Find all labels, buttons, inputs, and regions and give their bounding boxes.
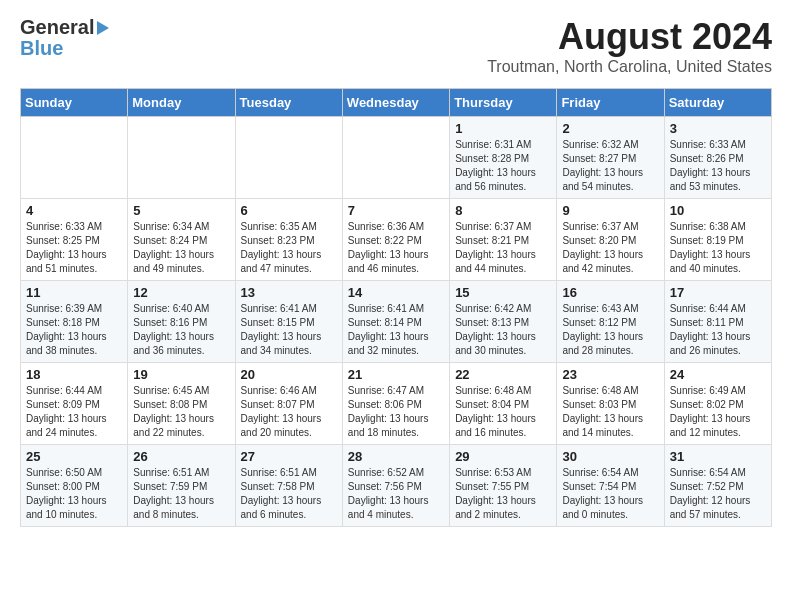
day-info: Sunrise: 6:41 AMSunset: 8:14 PMDaylight:… [348,302,444,358]
logo-general: General [20,16,94,39]
day-number: 30 [562,449,658,464]
table-row: 19Sunrise: 6:45 AMSunset: 8:08 PMDayligh… [128,363,235,445]
day-number: 1 [455,121,551,136]
table-row: 2Sunrise: 6:32 AMSunset: 8:27 PMDaylight… [557,117,664,199]
table-row: 21Sunrise: 6:47 AMSunset: 8:06 PMDayligh… [342,363,449,445]
day-number: 24 [670,367,766,382]
table-row: 30Sunrise: 6:54 AMSunset: 7:54 PMDayligh… [557,445,664,527]
logo: General Blue [20,16,109,60]
day-number: 23 [562,367,658,382]
day-number: 4 [26,203,122,218]
day-number: 31 [670,449,766,464]
title-section: August 2024 Troutman, North Carolina, Un… [487,16,772,76]
table-row [21,117,128,199]
day-info: Sunrise: 6:53 AMSunset: 7:55 PMDaylight:… [455,466,551,522]
day-info: Sunrise: 6:42 AMSunset: 8:13 PMDaylight:… [455,302,551,358]
day-number: 28 [348,449,444,464]
day-number: 11 [26,285,122,300]
day-number: 9 [562,203,658,218]
table-row: 18Sunrise: 6:44 AMSunset: 8:09 PMDayligh… [21,363,128,445]
day-info: Sunrise: 6:44 AMSunset: 8:11 PMDaylight:… [670,302,766,358]
day-info: Sunrise: 6:52 AMSunset: 7:56 PMDaylight:… [348,466,444,522]
table-row: 22Sunrise: 6:48 AMSunset: 8:04 PMDayligh… [450,363,557,445]
header-thursday: Thursday [450,89,557,117]
table-row [342,117,449,199]
day-number: 17 [670,285,766,300]
day-info: Sunrise: 6:54 AMSunset: 7:54 PMDaylight:… [562,466,658,522]
day-info: Sunrise: 6:33 AMSunset: 8:25 PMDaylight:… [26,220,122,276]
day-number: 8 [455,203,551,218]
location-subtitle: Troutman, North Carolina, United States [487,58,772,76]
day-info: Sunrise: 6:48 AMSunset: 8:03 PMDaylight:… [562,384,658,440]
day-info: Sunrise: 6:51 AMSunset: 7:58 PMDaylight:… [241,466,337,522]
logo-arrow-icon [97,21,109,35]
table-row: 13Sunrise: 6:41 AMSunset: 8:15 PMDayligh… [235,281,342,363]
day-info: Sunrise: 6:54 AMSunset: 7:52 PMDaylight:… [670,466,766,522]
day-number: 2 [562,121,658,136]
table-row: 31Sunrise: 6:54 AMSunset: 7:52 PMDayligh… [664,445,771,527]
header-wednesday: Wednesday [342,89,449,117]
day-info: Sunrise: 6:43 AMSunset: 8:12 PMDaylight:… [562,302,658,358]
table-row: 17Sunrise: 6:44 AMSunset: 8:11 PMDayligh… [664,281,771,363]
day-info: Sunrise: 6:46 AMSunset: 8:07 PMDaylight:… [241,384,337,440]
header-sunday: Sunday [21,89,128,117]
table-row: 16Sunrise: 6:43 AMSunset: 8:12 PMDayligh… [557,281,664,363]
logo-blue: Blue [20,37,63,60]
header-friday: Friday [557,89,664,117]
day-number: 15 [455,285,551,300]
day-info: Sunrise: 6:40 AMSunset: 8:16 PMDaylight:… [133,302,229,358]
day-number: 16 [562,285,658,300]
table-row: 29Sunrise: 6:53 AMSunset: 7:55 PMDayligh… [450,445,557,527]
day-info: Sunrise: 6:45 AMSunset: 8:08 PMDaylight:… [133,384,229,440]
table-row: 6Sunrise: 6:35 AMSunset: 8:23 PMDaylight… [235,199,342,281]
calendar-week-row: 11Sunrise: 6:39 AMSunset: 8:18 PMDayligh… [21,281,772,363]
day-number: 5 [133,203,229,218]
day-number: 22 [455,367,551,382]
table-row: 12Sunrise: 6:40 AMSunset: 8:16 PMDayligh… [128,281,235,363]
table-row: 26Sunrise: 6:51 AMSunset: 7:59 PMDayligh… [128,445,235,527]
calendar-week-row: 4Sunrise: 6:33 AMSunset: 8:25 PMDaylight… [21,199,772,281]
table-row: 3Sunrise: 6:33 AMSunset: 8:26 PMDaylight… [664,117,771,199]
table-row: 11Sunrise: 6:39 AMSunset: 8:18 PMDayligh… [21,281,128,363]
day-number: 10 [670,203,766,218]
table-row: 4Sunrise: 6:33 AMSunset: 8:25 PMDaylight… [21,199,128,281]
day-number: 14 [348,285,444,300]
day-info: Sunrise: 6:38 AMSunset: 8:19 PMDaylight:… [670,220,766,276]
day-number: 12 [133,285,229,300]
table-row: 7Sunrise: 6:36 AMSunset: 8:22 PMDaylight… [342,199,449,281]
calendar-table: Sunday Monday Tuesday Wednesday Thursday… [20,88,772,527]
table-row: 1Sunrise: 6:31 AMSunset: 8:28 PMDaylight… [450,117,557,199]
day-number: 27 [241,449,337,464]
day-info: Sunrise: 6:41 AMSunset: 8:15 PMDaylight:… [241,302,337,358]
table-row: 23Sunrise: 6:48 AMSunset: 8:03 PMDayligh… [557,363,664,445]
calendar-week-row: 25Sunrise: 6:50 AMSunset: 8:00 PMDayligh… [21,445,772,527]
table-row: 14Sunrise: 6:41 AMSunset: 8:14 PMDayligh… [342,281,449,363]
month-year-title: August 2024 [487,16,772,58]
day-info: Sunrise: 6:35 AMSunset: 8:23 PMDaylight:… [241,220,337,276]
day-number: 3 [670,121,766,136]
day-number: 20 [241,367,337,382]
day-number: 26 [133,449,229,464]
day-number: 6 [241,203,337,218]
table-row: 27Sunrise: 6:51 AMSunset: 7:58 PMDayligh… [235,445,342,527]
calendar-week-row: 18Sunrise: 6:44 AMSunset: 8:09 PMDayligh… [21,363,772,445]
day-info: Sunrise: 6:44 AMSunset: 8:09 PMDaylight:… [26,384,122,440]
day-number: 18 [26,367,122,382]
table-row: 8Sunrise: 6:37 AMSunset: 8:21 PMDaylight… [450,199,557,281]
table-row: 20Sunrise: 6:46 AMSunset: 8:07 PMDayligh… [235,363,342,445]
day-info: Sunrise: 6:51 AMSunset: 7:59 PMDaylight:… [133,466,229,522]
day-number: 29 [455,449,551,464]
day-number: 25 [26,449,122,464]
day-info: Sunrise: 6:48 AMSunset: 8:04 PMDaylight:… [455,384,551,440]
calendar-week-row: 1Sunrise: 6:31 AMSunset: 8:28 PMDaylight… [21,117,772,199]
day-info: Sunrise: 6:32 AMSunset: 8:27 PMDaylight:… [562,138,658,194]
table-row: 24Sunrise: 6:49 AMSunset: 8:02 PMDayligh… [664,363,771,445]
day-info: Sunrise: 6:49 AMSunset: 8:02 PMDaylight:… [670,384,766,440]
day-info: Sunrise: 6:39 AMSunset: 8:18 PMDaylight:… [26,302,122,358]
day-info: Sunrise: 6:36 AMSunset: 8:22 PMDaylight:… [348,220,444,276]
header-monday: Monday [128,89,235,117]
header-saturday: Saturday [664,89,771,117]
day-info: Sunrise: 6:33 AMSunset: 8:26 PMDaylight:… [670,138,766,194]
day-info: Sunrise: 6:34 AMSunset: 8:24 PMDaylight:… [133,220,229,276]
day-info: Sunrise: 6:47 AMSunset: 8:06 PMDaylight:… [348,384,444,440]
